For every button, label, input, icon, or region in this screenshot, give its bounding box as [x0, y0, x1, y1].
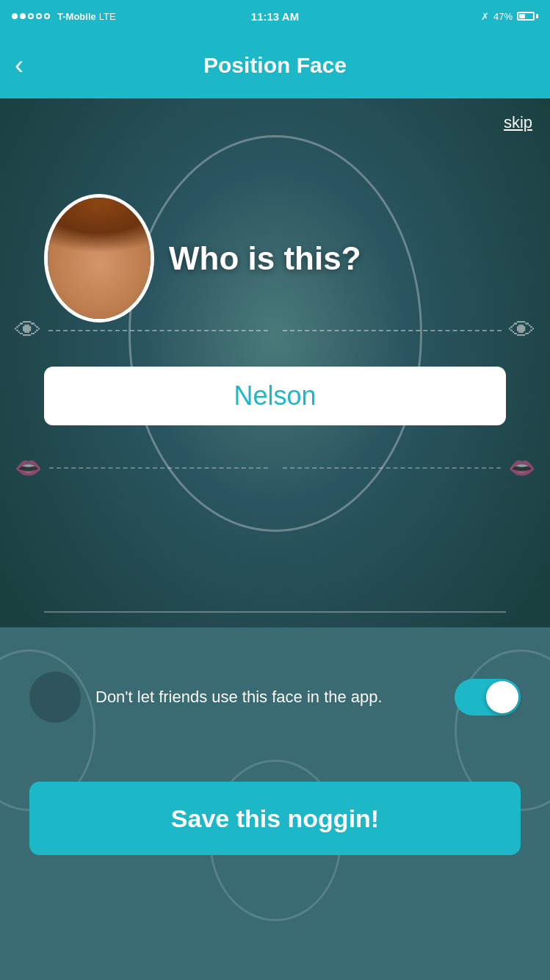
toggle-label: Don't let friends use this face in the a… [95, 686, 440, 709]
page-title: Position Face [203, 53, 347, 78]
toggle-switch[interactable] [455, 679, 521, 716]
mouth-guide-line-left [49, 467, 268, 469]
save-button[interactable]: Save this noggin! [29, 782, 521, 855]
divider-line [44, 611, 506, 613]
camera-area: skip Who is this? 👁 👁 👄 👄 [0, 98, 550, 627]
eye-icon-right: 👁 [509, 315, 535, 346]
dot-4 [36, 13, 42, 19]
toggle-knob [486, 681, 518, 713]
dot-2 [20, 13, 26, 19]
bottom-section: Don't let friends use this face in the a… [0, 627, 550, 980]
face-thumbnail-inner [48, 198, 151, 319]
network-label: LTE [99, 11, 116, 22]
status-left: T-Mobile LTE [12, 11, 116, 22]
name-input-container [44, 367, 506, 425]
carrier-label: T-Mobile [57, 11, 96, 22]
bluetooth-icon: ✗ [481, 11, 489, 22]
who-container: Who is this? [44, 194, 506, 323]
face-thumbnail [44, 194, 154, 323]
dot-5 [44, 13, 50, 19]
skip-button[interactable]: skip [504, 113, 532, 132]
mouth-icon-right: 👄 [508, 455, 535, 480]
toggle-row: Don't let friends use this face in the a… [29, 671, 521, 723]
name-input[interactable] [44, 367, 506, 425]
toggle-avatar-icon [29, 671, 81, 723]
eye-icon-left: 👁 [15, 315, 41, 346]
battery-percent: 47% [493, 11, 513, 22]
battery-fill [519, 14, 525, 18]
dot-3 [28, 13, 34, 19]
eye-guide-line-left [48, 330, 268, 331]
status-time: 11:13 AM [251, 10, 299, 23]
mouth-guide: 👄 👄 [0, 455, 550, 480]
status-bar: T-Mobile LTE 11:13 AM ✗ 47% [0, 0, 550, 32]
mouth-icon-left: 👄 [15, 455, 42, 480]
back-button[interactable]: ‹ [15, 52, 23, 79]
who-is-this-label: Who is this? [169, 240, 361, 277]
status-right: ✗ 47% [481, 11, 538, 22]
battery-tip [536, 14, 538, 18]
battery-icon [517, 12, 538, 21]
battery-body [517, 12, 535, 21]
signal-dots [12, 13, 50, 19]
nav-bar: ‹ Position Face [0, 32, 550, 98]
dot-1 [12, 13, 18, 19]
mouth-guide-line-right [283, 467, 502, 469]
eye-guide-line-right [283, 330, 502, 331]
